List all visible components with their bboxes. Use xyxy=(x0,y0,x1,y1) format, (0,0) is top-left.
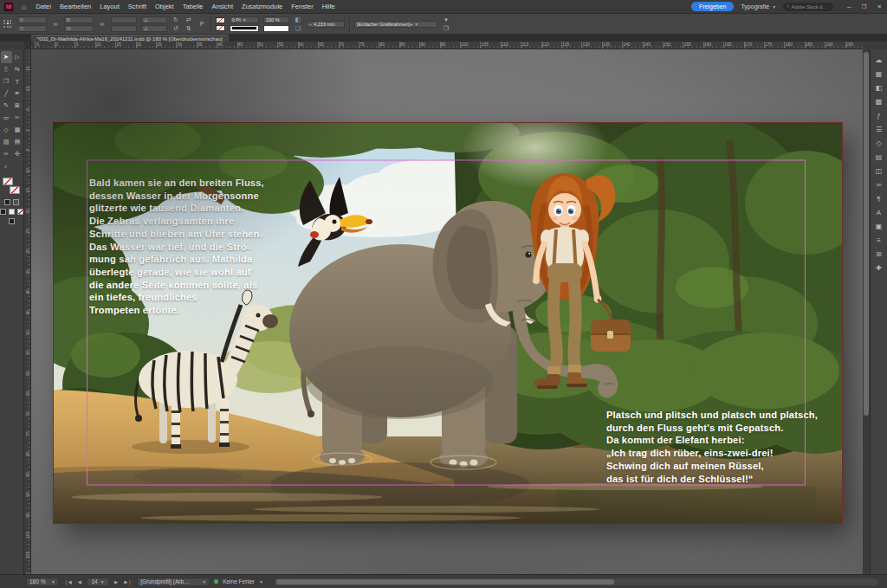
rotate-ccw-icon[interactable]: ↺ xyxy=(172,25,180,32)
cc-libraries-icon[interactable]: ☁ xyxy=(873,54,885,66)
line-tool[interactable]: ╱ xyxy=(1,87,12,100)
previous-page-button[interactable]: ◀ xyxy=(77,579,82,585)
pencil-tool[interactable]: ✎ xyxy=(1,100,12,112)
last-page-button[interactable]: ▶❘ xyxy=(123,579,133,585)
stock-search-input[interactable]: ⌕ Adobe Stock durchsuchen xyxy=(783,3,833,11)
spread-page[interactable]: Bald kamen sie an den breiten Fluss, des… xyxy=(54,123,842,523)
x-position-field[interactable]: X: xyxy=(17,16,47,23)
layers-icon[interactable]: ◫ xyxy=(873,165,885,177)
height-field[interactable]: H: xyxy=(64,25,94,32)
text-frame-left[interactable]: Bald kamen sie an den breiten Fluss, des… xyxy=(89,177,280,317)
formatting-affects-container-icon[interactable] xyxy=(4,199,10,205)
cc-stock-icon[interactable]: ✚ xyxy=(873,262,885,274)
align-icon[interactable]: ≡ xyxy=(873,234,885,246)
links-icon[interactable]: ∞ xyxy=(873,178,885,191)
close-button[interactable]: ✕ xyxy=(872,2,887,12)
drop-shadow-icon[interactable]: ❏ xyxy=(294,25,302,32)
horizontal-scrollbar[interactable] xyxy=(275,578,878,585)
stroke-swatch-none[interactable] xyxy=(10,186,20,194)
fill-swatch-none[interactable] xyxy=(3,178,13,185)
rotate-cw-icon[interactable]: ↻ xyxy=(172,16,180,23)
corner-radius-field[interactable]: ⌐4,233 mm xyxy=(307,21,345,28)
stroke-weight-field[interactable]: 0 Pt▼ xyxy=(230,16,259,23)
eyedropper-tool[interactable]: ✑ xyxy=(1,148,12,160)
reference-point-proxy[interactable] xyxy=(3,19,13,29)
text-wrap-icon[interactable]: ▣ xyxy=(873,220,885,232)
effects-icon[interactable]: ◧ xyxy=(294,16,302,23)
horizontal-ruler[interactable]: -505101520253035404550556065707580859095… xyxy=(31,42,863,49)
preflight-menu-icon[interactable]: ▼ xyxy=(259,579,263,585)
screen-mode-button[interactable] xyxy=(9,218,15,224)
apply-color-button[interactable] xyxy=(0,209,6,215)
zoom-level-select[interactable]: 180 %▼ xyxy=(26,578,59,586)
opacity-field[interactable]: 100 % xyxy=(263,16,289,23)
scale-x-field[interactable] xyxy=(111,16,137,23)
menu-ansicht[interactable]: Ansicht xyxy=(208,1,238,12)
object-style-select[interactable]: [Einfacher Grafikrahmen]+▼ xyxy=(354,21,437,28)
menu-zusatzmodule[interactable]: Zusatzmodule xyxy=(237,1,287,12)
paragraph-styles-icon[interactable]: ¶ xyxy=(873,192,885,204)
hand-tool[interactable]: ✣ xyxy=(12,148,23,160)
menu-objekt[interactable]: Objekt xyxy=(151,1,178,12)
stroke-style-select[interactable] xyxy=(230,25,259,32)
scissors-tool[interactable]: ✂ xyxy=(12,112,23,124)
character-styles-icon[interactable]: A xyxy=(873,206,885,218)
gap-tool[interactable]: ⇆ xyxy=(12,63,23,75)
page-number-field[interactable]: 14▼ xyxy=(87,578,109,586)
rectangle-frame-tool[interactable]: ⊠ xyxy=(12,100,23,112)
first-page-button[interactable]: ❘◀ xyxy=(63,579,73,585)
gradient-swatch-tool[interactable]: ▩ xyxy=(12,124,23,136)
vertical-scrollbar[interactable] xyxy=(863,49,870,574)
rotation-angle-field[interactable]: ∠ xyxy=(141,16,167,23)
pathfinder-icon[interactable]: ⊞ xyxy=(873,248,885,260)
menu-fenster[interactable]: Fenster xyxy=(287,1,317,12)
menu-datei[interactable]: Datei xyxy=(31,1,55,12)
selection-tool[interactable]: ➤ xyxy=(1,51,12,63)
share-button[interactable]: Freigeben xyxy=(691,2,735,11)
gradient-feather-tool[interactable]: ▨ xyxy=(1,136,12,148)
vertical-ruler[interactable]: -15-10-505101520253035404550556065707580… xyxy=(24,49,31,574)
select-container-icon[interactable]: P xyxy=(197,21,206,28)
scale-y-field[interactable] xyxy=(111,25,137,32)
width-field[interactable]: B: xyxy=(64,16,94,23)
text-frame-right[interactable]: Platsch und plitsch und platsch und plat… xyxy=(606,409,819,485)
menu-tabelle[interactable]: Tabelle xyxy=(178,1,208,12)
constrain-proportions-icon[interactable]: ∞ xyxy=(98,21,107,28)
swatches-icon[interactable]: ▦ xyxy=(873,68,885,80)
transform-icon[interactable]: ◇ xyxy=(873,137,885,149)
pasteboard[interactable]: Bald kamen sie an den breiten Fluss, des… xyxy=(31,49,863,574)
swatch-preview[interactable] xyxy=(263,25,289,32)
preflight-profile-select[interactable]: [Grundprofil] (Arb…▼ xyxy=(137,578,210,586)
minimize-button[interactable]: ─ xyxy=(842,2,857,11)
color-icon[interactable]: ◧ xyxy=(873,81,885,94)
vertical-scrollbar-thumb[interactable] xyxy=(864,52,869,416)
shear-angle-field[interactable]: ∠ xyxy=(141,25,167,32)
menu-hilfe[interactable]: Hilfe xyxy=(318,1,340,12)
pages-icon[interactable]: ▤ xyxy=(873,151,885,163)
content-collector-tool[interactable]: ❐ xyxy=(1,75,12,87)
constrain-position-icon[interactable]: ∞ xyxy=(51,21,60,28)
flip-vertical-icon[interactable]: ⇅ xyxy=(185,25,193,32)
next-page-button[interactable]: ▶ xyxy=(113,579,119,585)
apply-none-button[interactable] xyxy=(17,209,23,215)
quick-apply-icon[interactable]: ❐ xyxy=(442,25,450,32)
ruler-origin-corner[interactable] xyxy=(24,42,31,49)
panel-menu-icon[interactable]: ▾ xyxy=(442,16,450,23)
page-tool[interactable]: ▯ xyxy=(1,63,12,75)
y-position-field[interactable]: Y: xyxy=(17,25,47,32)
rectangle-tool[interactable]: ▭ xyxy=(1,112,12,124)
document-tab[interactable]: *002_Dr-Mathilda-Afrika-Ma16_20241211.in… xyxy=(31,35,229,42)
flip-horizontal-icon[interactable]: ⇄ xyxy=(185,16,193,23)
restore-button[interactable]: ❐ xyxy=(857,2,872,12)
fill-color-none-swatch[interactable] xyxy=(216,17,225,23)
effects-icon[interactable]: ƒ xyxy=(873,109,885,121)
free-transform-tool[interactable]: ◇ xyxy=(1,124,12,136)
menu-schrift[interactable]: Schrift xyxy=(124,1,151,12)
direct-selection-tool[interactable]: ▷ xyxy=(12,51,23,63)
menu-bearbeiten[interactable]: Bearbeiten xyxy=(55,1,95,12)
horizontal-scrollbar-thumb[interactable] xyxy=(276,579,614,585)
home-icon[interactable]: ⌂ xyxy=(22,3,26,11)
gradient-icon[interactable]: ▩ xyxy=(873,95,885,107)
note-tool[interactable]: ▤ xyxy=(12,136,23,148)
menu-layout[interactable]: Layout xyxy=(95,1,124,12)
